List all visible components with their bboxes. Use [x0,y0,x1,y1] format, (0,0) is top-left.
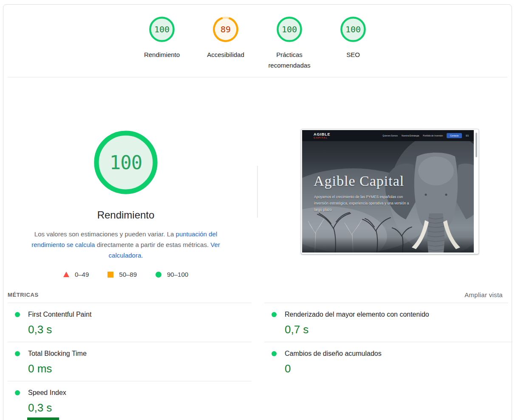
site-nav-item-quienes-somos: Quienes Somos [382,134,398,137]
legend-square-icon [108,272,113,278]
metric-value: 0,3 s [28,323,252,336]
gauge-score-value: 100 [94,131,158,194]
performance-description: Los valores son estimaciones y pueden va… [30,229,222,261]
category-gauge: 100 [277,17,302,42]
site-screenshot: AGIBLE CAPITAL Quienes SomosNuestra Estr… [302,130,474,253]
metric-label: Total Blocking Time [28,349,87,358]
metrics-column-right: Renderizado del mayor elemento con conte… [264,303,512,381]
legend-item-50-89: 50–89 [108,271,137,278]
cutoff-content [27,417,59,420]
metric-value: 0,3 s [28,401,252,414]
legend-label: 0–49 [75,271,89,278]
column-divider [257,166,258,218]
score-category-pr-cticas-recomendadas[interactable]: 100Prácticas recomendadas [258,17,321,71]
score-category-label: Prácticas recomendadas [258,49,321,71]
metric-value: 0 [285,362,512,375]
metrics-column-left: First Contentful Paint0,3 sTotal Blockin… [8,303,252,420]
metric-head: First Contentful Paint [15,310,252,319]
thumbnail-scrollbar [475,131,477,252]
site-nav-item-portfolio-de-inversi-n: Portfolio de Inversión [423,134,443,137]
site-hero-title: Agible Capital [314,173,404,189]
legend-circle-icon [156,272,161,278]
score-legend: 0–4950–8990–100 [30,271,222,278]
metric-label: First Contentful Paint [28,310,91,319]
score-category-accesibilidad[interactable]: 89Accesibilidad [194,17,258,71]
site-logo: AGIBLE CAPITAL [314,132,330,139]
site-contact-button: Contacto [447,133,462,138]
score-category-label: Accesibilidad [207,49,244,60]
score-category-label: Rendimiento [144,49,180,60]
metric-speed-index: Speed Index0,3 s [8,381,252,420]
score-category-seo[interactable]: 100SEO [321,17,385,71]
site-logo-bottom: CAPITAL [314,136,330,139]
metric-good-dot-icon [15,351,20,356]
description-text-1: Los valores son estimaciones y pueden va… [34,230,176,238]
performance-gauge-large: 100 [94,131,158,194]
metric-label: Speed Index [28,389,66,397]
metric-head: Renderizado del mayor elemento con conte… [272,310,512,319]
legend-item-0-49: 0–49 [63,271,89,278]
expand-view-link[interactable]: Ampliar vista [464,291,503,298]
site-hero-subtitle: Apoyamos el crecimiento de las PYMES esp… [314,194,409,213]
metric-head: Total Blocking Time [15,349,252,358]
category-gauge: 100 [340,17,366,42]
site-header-bar: AGIBLE CAPITAL Quienes SomosNuestra Estr… [302,130,474,141]
site-language-toggle: ES [466,134,469,137]
metric-label: Cambios de diseño acumulados [285,349,382,358]
gauge-score-value: 100 [149,17,175,42]
metric-good-dot-icon [272,351,277,356]
gauge-score-value: 100 [277,17,302,42]
metric-cambios-de-dise-o-acumulados: Cambios de diseño acumulados0 [264,342,512,381]
page-screenshot-thumbnail[interactable]: AGIBLE CAPITAL Quienes SomosNuestra Estr… [301,129,479,254]
metric-value: 0,7 s [285,323,512,336]
thumbnail-scrollbar-thumb [475,133,477,157]
metric-good-dot-icon [15,390,20,395]
savanna-elephant-illustration [302,130,474,253]
metric-first-contentful-paint: First Contentful Paint0,3 s [8,303,252,342]
metric-renderizado-del-mayor-elemento-con-contenido: Renderizado del mayor elemento con conte… [264,303,512,342]
metric-head: Cambios de diseño acumulados [272,349,512,358]
site-nav: Quienes SomosNuestra EstrategiaPortfolio… [382,133,469,138]
score-category-rendimiento[interactable]: 100Rendimiento [130,17,194,71]
header-divider [8,77,507,77]
category-gauge: 89 [213,17,238,42]
performance-gauge-slot: 100 [94,131,158,194]
metric-label: Renderizado del mayor elemento con conte… [285,310,429,319]
category-gauge: 100 [149,17,175,42]
metric-good-dot-icon [272,312,277,317]
metrics-heading: MÉTRICAS [8,292,39,298]
metric-head: Speed Index [15,389,252,397]
site-logo-top: AGIBLE [314,132,330,136]
legend-label: 90–100 [167,271,188,278]
metric-value: 0 ms [28,362,252,375]
lighthouse-report-card: 100Rendimiento89Accesibilidad100Práctica… [3,4,512,420]
gauge-score-value: 89 [213,17,238,42]
site-nav-item-nuestra-estrategia: Nuestra Estrategia [402,134,419,137]
score-summary-row: 100Rendimiento89Accesibilidad100Práctica… [3,17,512,71]
legend-label: 50–89 [119,271,137,278]
site-nav-items: Quienes SomosNuestra EstrategiaPortfolio… [382,134,443,137]
performance-section-title: Rendimiento [41,209,211,221]
legend-item-90-100: 90–100 [156,271,188,278]
metric-good-dot-icon [15,312,20,317]
description-text-2: directamente a partir de estas métricas. [95,241,210,248]
metric-total-blocking-time: Total Blocking Time0 ms [8,342,252,381]
legend-triangle-icon [63,272,69,277]
score-category-label: SEO [346,49,360,60]
gauge-score-value: 100 [340,17,366,42]
